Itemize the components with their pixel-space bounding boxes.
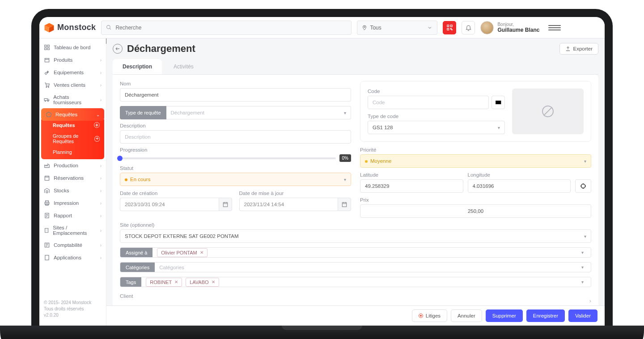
arrow-left-icon xyxy=(115,46,120,51)
progression-label: Progression xyxy=(120,147,351,153)
tag-chip: ROBINET ✕ xyxy=(146,278,182,287)
warehouse-icon xyxy=(44,187,50,194)
svg-rect-25 xyxy=(45,228,48,232)
search-input[interactable] xyxy=(101,21,352,35)
nav-item-requests[interactable]: Requêtes⌄ xyxy=(41,108,104,121)
qr-scan-button[interactable] xyxy=(443,21,456,34)
tag-chip: LAVABO ✕ xyxy=(186,278,219,287)
header: Monstock Tous Bonjour, Guillaume Blanc xyxy=(39,17,605,38)
nom-label: Nom xyxy=(120,81,351,86)
nav-item-reservations[interactable]: Réservations› xyxy=(39,172,106,184)
nav-item-print[interactable]: Impression› xyxy=(39,197,106,209)
progression-slider[interactable]: 0% xyxy=(120,154,351,162)
description-input[interactable] xyxy=(120,130,351,144)
box-icon xyxy=(44,57,50,63)
nav-item-sales[interactable]: Ventes clients› xyxy=(39,79,106,91)
nav-item-applications[interactable]: Applications› xyxy=(39,251,106,264)
svg-point-3 xyxy=(107,25,110,29)
printer-icon xyxy=(44,200,50,206)
calendar-button[interactable] xyxy=(219,198,232,211)
tab-description[interactable]: Description xyxy=(113,59,162,74)
search-icon xyxy=(106,25,112,30)
geolocate-button[interactable] xyxy=(575,179,591,193)
subnav-item-planning[interactable]: Planning xyxy=(41,147,104,157)
date-update-input[interactable] xyxy=(239,198,338,211)
laptop-base xyxy=(0,326,644,339)
nav-item-production[interactable]: Production› xyxy=(39,159,106,172)
svg-rect-13 xyxy=(45,59,49,62)
calendar-button[interactable] xyxy=(338,198,351,211)
barcode-icon xyxy=(495,99,501,106)
calendar-icon xyxy=(341,201,347,208)
litiges-button[interactable]: Litiges xyxy=(412,309,447,322)
longitude-input[interactable] xyxy=(468,179,571,193)
notifications-button[interactable] xyxy=(462,21,475,34)
delete-button[interactable]: Supprimer xyxy=(486,309,523,322)
location-filter-select[interactable]: Tous xyxy=(357,21,437,35)
svg-rect-7 xyxy=(450,25,452,27)
nav-item-stocks[interactable]: Stocks› xyxy=(39,184,106,197)
scroll-right-icon[interactable]: › xyxy=(589,297,591,304)
nav-item-equipments[interactable]: Equipements› xyxy=(39,66,106,79)
request-type-label: Type de requête xyxy=(120,106,166,119)
assigne-select[interactable]: Assigné à Olivier PONTAM ✕ ▾ xyxy=(120,247,591,258)
cart-icon xyxy=(44,82,50,88)
chevron-down-icon: ▾ xyxy=(498,125,500,130)
request-icon xyxy=(46,111,52,118)
svg-point-33 xyxy=(581,184,585,188)
client-label: Client xyxy=(120,293,591,299)
export-button[interactable]: Exporter xyxy=(559,43,598,55)
page-title: Déchargement xyxy=(127,43,195,55)
date-creation-input[interactable] xyxy=(120,198,219,211)
priority-select[interactable]: Moyenne ▾ xyxy=(360,154,591,168)
site-select[interactable]: STOCK DEPOT EXTERNE SAT GE002 PONTAM ▾ xyxy=(120,229,591,243)
price-label: Prix xyxy=(360,197,591,203)
avatar xyxy=(480,21,494,34)
add-icon[interactable]: + xyxy=(94,136,100,142)
nav-item-accounting[interactable]: Comptabilité› xyxy=(39,239,106,251)
nom-input[interactable] xyxy=(120,88,351,102)
code-input[interactable] xyxy=(368,96,489,109)
code-type-label: Type de code xyxy=(368,114,505,119)
code-scan-button[interactable] xyxy=(491,96,505,109)
menu-button[interactable] xyxy=(548,25,561,30)
nav-item-products[interactable]: Produits› xyxy=(39,54,106,66)
price-input[interactable] xyxy=(360,204,591,218)
calendar-icon xyxy=(44,175,50,181)
add-icon[interactable]: + xyxy=(94,122,100,128)
request-type-select[interactable]: Déchargement ▾ xyxy=(166,106,351,119)
search-field[interactable] xyxy=(115,25,347,31)
code-label: Code xyxy=(368,89,505,94)
user-menu[interactable]: Bonjour, Guillaume Blanc xyxy=(480,21,539,34)
status-select[interactable]: En cours ▾ xyxy=(120,173,351,186)
nav-item-report[interactable]: Rapport› xyxy=(39,209,106,222)
save-button[interactable]: Enregistrer xyxy=(526,309,565,322)
subnav-item-request-groups[interactable]: Groupes de Requêtes + xyxy=(41,131,104,147)
remove-chip-icon[interactable]: ✕ xyxy=(212,280,215,284)
back-button[interactable] xyxy=(113,44,123,54)
svg-rect-19 xyxy=(45,176,49,180)
validate-button[interactable]: Valider xyxy=(568,309,597,322)
accounting-icon xyxy=(44,242,50,248)
logo[interactable]: Monstock xyxy=(42,22,96,33)
subnav-item-requests[interactable]: Requêtes + xyxy=(41,119,104,131)
categories-select[interactable]: Catégories Catégories ▾ xyxy=(120,262,591,272)
code-type-select[interactable]: GS1 128 ▾ xyxy=(368,121,505,134)
nav-item-purchases[interactable]: Achats fournisseurs› xyxy=(39,91,106,108)
remove-chip-icon[interactable]: ✕ xyxy=(174,280,178,284)
cancel-button[interactable]: Annuler xyxy=(451,309,482,322)
svg-rect-12 xyxy=(47,48,49,50)
svg-rect-6 xyxy=(447,25,449,27)
svg-rect-30 xyxy=(342,203,346,207)
nav-item-dashboard[interactable]: Tableau de bord xyxy=(39,41,106,54)
wrench-icon xyxy=(44,69,50,76)
tab-activities[interactable]: Activités xyxy=(164,59,203,74)
tags-select[interactable]: Tags ROBINET ✕ LAVABO ✕ ▾ xyxy=(120,277,591,287)
latitude-input[interactable] xyxy=(360,179,463,193)
image-placeholder[interactable] xyxy=(512,89,584,134)
remove-chip-icon[interactable]: ✕ xyxy=(200,250,203,255)
svg-line-32 xyxy=(544,107,552,116)
nav-item-sites[interactable]: Sites / Emplacements› xyxy=(39,222,106,239)
status-label: Statut xyxy=(120,165,351,171)
date-update-label: Date de mise à jour xyxy=(239,191,352,196)
